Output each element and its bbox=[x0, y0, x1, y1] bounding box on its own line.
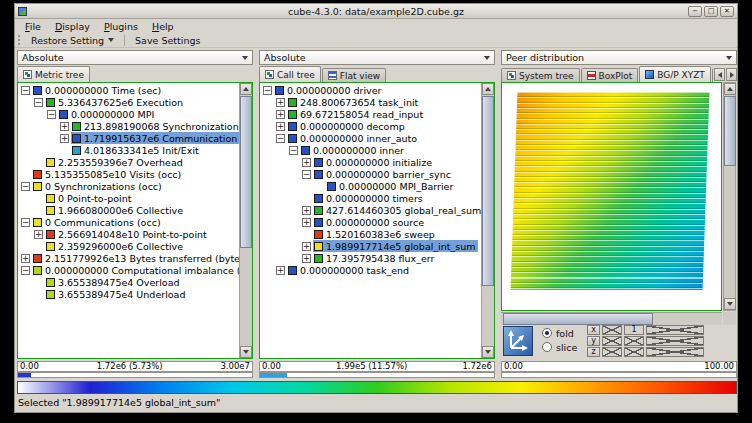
radio-checked-icon[interactable] bbox=[542, 328, 552, 338]
tree-row[interactable]: 3.655389475e4 Underload bbox=[18, 288, 239, 300]
fold-option[interactable]: fold bbox=[542, 326, 577, 340]
tree-row[interactable]: 1.966080000e6 Collective bbox=[18, 204, 239, 216]
minimize-button[interactable]: − bbox=[688, 6, 702, 17]
tab-scroll-right-button[interactable] bbox=[726, 68, 737, 81]
tree-row[interactable]: −5.336437625e6 Execution bbox=[18, 96, 239, 108]
scroll-down-button[interactable] bbox=[240, 346, 252, 358]
tree-row[interactable]: −0.000000000 Time (sec) bbox=[18, 84, 239, 96]
close-button[interactable]: ✕ bbox=[720, 6, 734, 17]
dimension-crossed-box-icon[interactable] bbox=[646, 347, 704, 357]
expand-icon[interactable]: + bbox=[302, 254, 311, 263]
tree-row[interactable]: +213.898190068 Synchronization bbox=[18, 120, 239, 132]
restore-setting-button[interactable]: Restore Setting bbox=[26, 34, 119, 47]
collapse-icon[interactable]: − bbox=[21, 266, 30, 275]
tree-row[interactable]: −0 Communications (occ) bbox=[18, 216, 239, 228]
tab-scroll-left-button[interactable] bbox=[714, 68, 725, 81]
tree-row[interactable]: 2.253559396e7 Overhead bbox=[18, 156, 239, 168]
tree-row[interactable]: 0.000000000 timers bbox=[260, 192, 481, 204]
tree-row[interactable]: +2.566914048e10 Point-to-point bbox=[18, 228, 239, 240]
menu-file[interactable]: File bbox=[18, 20, 48, 33]
plot-horizontal-scrollbar[interactable] bbox=[501, 312, 722, 325]
expand-icon[interactable]: + bbox=[302, 206, 311, 215]
tree-row[interactable]: 1.520160383e6 sweep bbox=[260, 228, 481, 240]
tree-row[interactable]: +0.000000000 task_end bbox=[260, 264, 481, 276]
tree-row[interactable]: +17.395795438 flux_err bbox=[260, 252, 481, 264]
expand-icon[interactable]: + bbox=[276, 266, 285, 275]
scrollbar-handle[interactable] bbox=[240, 96, 252, 248]
collapse-icon[interactable]: − bbox=[263, 86, 272, 95]
collapse-icon[interactable]: − bbox=[34, 98, 43, 107]
topology-heatmap[interactable] bbox=[511, 92, 710, 290]
tree-row[interactable]: +2.151779926e13 Bytes transferred (bytes… bbox=[18, 252, 239, 264]
plot-vertical-scrollbar[interactable] bbox=[723, 82, 736, 311]
tab-call-tree[interactable]: Call tree bbox=[259, 66, 321, 82]
call-mode-combobox[interactable]: Absolute bbox=[259, 50, 495, 65]
dimension-crossed-box-icon[interactable] bbox=[602, 336, 622, 346]
tree-row[interactable]: −0.000000000 Computational imbalance (se… bbox=[18, 264, 239, 276]
tree-row[interactable]: −0 Synchronizations (occ) bbox=[18, 180, 239, 192]
expand-icon[interactable]: + bbox=[60, 134, 69, 143]
tree-row[interactable]: +0.000000000 decomp bbox=[260, 120, 481, 132]
expand-icon[interactable]: + bbox=[276, 110, 285, 119]
tab-app[interactable]: App bbox=[712, 68, 713, 82]
scroll-down-button[interactable] bbox=[724, 298, 736, 310]
dimension-crossed-box-icon[interactable] bbox=[646, 325, 704, 335]
tree-row[interactable]: −0.000000000 barrier_sync bbox=[260, 168, 481, 180]
radio-unchecked-icon[interactable] bbox=[542, 342, 552, 352]
tab-boxplot[interactable]: BoxPlot bbox=[581, 68, 639, 82]
expand-icon[interactable]: + bbox=[60, 122, 69, 131]
toolbar-handle-icon[interactable] bbox=[18, 35, 21, 45]
tab-metric-tree[interactable]: Metric tree bbox=[17, 66, 90, 82]
metric-tree-scrollbar[interactable] bbox=[239, 83, 252, 358]
dimension-x-value[interactable]: 1 bbox=[624, 325, 644, 335]
expand-icon[interactable]: + bbox=[21, 254, 30, 263]
expand-icon[interactable]: + bbox=[276, 122, 285, 131]
collapse-icon[interactable]: − bbox=[276, 134, 285, 143]
expand-icon[interactable]: + bbox=[302, 242, 311, 251]
axis-x-button[interactable]: x bbox=[587, 325, 600, 335]
topology-plot[interactable] bbox=[501, 82, 722, 311]
save-settings-button[interactable]: Save Settings bbox=[130, 34, 205, 47]
tab-system-tree[interactable]: System tree bbox=[501, 68, 580, 82]
tree-row[interactable]: +69.672158054 read_input bbox=[260, 108, 481, 120]
dimension-crossed-box-icon[interactable] bbox=[646, 336, 704, 346]
tree-row[interactable]: 2.359296000e6 Collective bbox=[18, 240, 239, 252]
tree-row[interactable]: 3.655389475e4 Overload bbox=[18, 276, 239, 288]
topology-axis-button[interactable] bbox=[503, 326, 533, 356]
expand-icon[interactable]: + bbox=[276, 98, 285, 107]
collapse-icon[interactable]: − bbox=[302, 170, 311, 179]
tree-row[interactable]: −0.000000000 driver bbox=[260, 84, 481, 96]
dimension-crossed-box-icon[interactable] bbox=[624, 347, 644, 357]
collapse-icon[interactable]: − bbox=[47, 110, 56, 119]
tree-row[interactable]: +1.719915637e6 Communication bbox=[18, 132, 239, 144]
axis-y-button[interactable]: y bbox=[587, 336, 600, 346]
expand-icon[interactable]: + bbox=[34, 230, 43, 239]
dimension-crossed-box-icon[interactable] bbox=[602, 325, 622, 335]
tree-row[interactable]: +0.000000000 source bbox=[260, 216, 481, 228]
tree-row[interactable]: +0.000000000 initialize bbox=[260, 156, 481, 168]
slice-option[interactable]: slice bbox=[542, 340, 577, 354]
tree-row[interactable]: −0.000000000 inner bbox=[260, 144, 481, 156]
scroll-up-button[interactable] bbox=[724, 83, 736, 95]
dimension-crossed-box-icon[interactable] bbox=[624, 336, 644, 346]
axis-z-button[interactable]: z bbox=[587, 347, 600, 357]
tree-row[interactable]: 5.135355085e10 Visits (occ) bbox=[18, 168, 239, 180]
tree-row[interactable]: 0 Point-to-point bbox=[18, 192, 239, 204]
menu-help[interactable]: Help bbox=[145, 20, 181, 33]
metric-mode-combobox[interactable]: Absolute bbox=[17, 50, 253, 65]
expand-icon[interactable]: + bbox=[302, 158, 311, 167]
scroll-down-button[interactable] bbox=[482, 346, 494, 358]
tree-row[interactable]: 4.018633341e5 Init/Exit bbox=[18, 144, 239, 156]
dimension-crossed-box-icon[interactable] bbox=[602, 347, 622, 357]
tab-bg-p-xyzt[interactable]: BG/P XYZT bbox=[639, 66, 711, 82]
tree-row[interactable]: 0.00000000 MPI_Barrier bbox=[260, 180, 481, 192]
tab-flat-view[interactable]: Flat view bbox=[322, 68, 386, 82]
scrollbar-handle[interactable] bbox=[503, 313, 653, 325]
tree-row[interactable]: −0.000000000 inner_auto bbox=[260, 132, 481, 144]
menu-display[interactable]: Display bbox=[48, 20, 97, 33]
expand-icon[interactable]: + bbox=[302, 218, 311, 227]
system-mode-combobox[interactable]: Peer distribution bbox=[501, 50, 737, 65]
scroll-up-button[interactable] bbox=[482, 83, 494, 95]
collapse-icon[interactable]: − bbox=[21, 182, 30, 191]
scrollbar-handle[interactable] bbox=[724, 96, 736, 166]
